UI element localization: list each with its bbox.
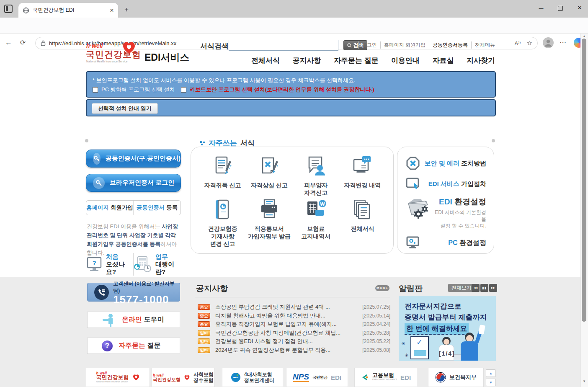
employment-insurance-icon [361, 373, 369, 382]
tab-activities-icon[interactable] [4, 5, 13, 13]
registration-info-text: 건강보험 EDI 이용을 위해서는 사업장관리번호 및 단위 사업장 기호별 각… [87, 222, 182, 257]
footer-logo-social-insurance-portal[interactable]: h·well 국민건강보험 사회보험 징수포털 [152, 368, 215, 387]
pc-settings-link[interactable]: PC 환경설정 [406, 236, 486, 250]
browser-tab[interactable]: 국민건강보험 EDI [18, 3, 118, 18]
notice-badge: 중요 [198, 321, 210, 327]
nav-faq[interactable]: 자주묻는 질문 [334, 56, 379, 65]
section-divider [86, 141, 494, 141]
edi-join-procedure-link[interactable]: EDI 서비스 가입절차 [406, 177, 486, 191]
pc-gear-icon [406, 236, 421, 250]
scrollbar-up-arrow[interactable] [580, 34, 588, 38]
optional-install-guide-button[interactable]: 선택적 설치 안내 열기 [92, 103, 158, 114]
util-login-link[interactable]: 로그인 [358, 41, 381, 49]
footer-logo-mohw[interactable]: 보건복지부 [428, 368, 484, 387]
svg-text:?: ? [92, 259, 96, 266]
edi-settings-link[interactable]: EDI 환경설정 EDI 서비스의 기본환경을 설정 할 수 있습니다. [406, 196, 486, 229]
board-view-all-button[interactable]: 전체보기 [448, 284, 475, 292]
form-card-info-change[interactable]: 건강보험증 기재사항 변경 신고 [199, 198, 246, 248]
reload-button[interactable] [20, 39, 26, 46]
browser-cert-login-button[interactable]: 브라우저인증서 로그인 [86, 174, 181, 192]
form-search-input[interactable] [229, 40, 338, 51]
notice-row[interactable]: 중요 휴직자등 직장가입자 보험료 납입고지 유예(해지... [2025.04… [198, 321, 390, 327]
membership-buttons: 홈페이지 회원가입 공동인증서 등록 [86, 200, 181, 215]
form-acquisition-report[interactable]: 자격취득 신고 [199, 155, 246, 196]
promo-banner[interactable]: 전자문서지갑으로 증명서 발급부터 제출까지 한 번에 해결하세요 [1/4] [399, 296, 496, 361]
firewall-checkbox[interactable] [93, 87, 98, 93]
first-visit-link[interactable]: ? 처음오셨나요? [86, 253, 134, 276]
notice-section-title: 공지사항 [196, 283, 228, 294]
scrollbar-thumb[interactable] [582, 39, 586, 322]
notice-row[interactable]: 중요 디지털 침해사고 예방을 위한 대응방법 안내... [2025.05.1… [198, 313, 390, 319]
notice-badge: 중요 [198, 304, 210, 310]
form-notice-print[interactable]: 적용통보서 가입자명부 발급 [246, 198, 292, 248]
touch-screen-icon [406, 177, 421, 191]
agency-info-link[interactable]: 업무대행이란? [134, 253, 181, 276]
form-change-history[interactable]: 자격변경 내역 [339, 155, 386, 196]
footer-scroll-down-button[interactable] [486, 379, 496, 386]
footer-scroll-up-button[interactable] [486, 369, 496, 377]
scrollbar-down-arrow[interactable] [580, 379, 588, 383]
notice-more-button[interactable]: MORE [375, 285, 389, 291]
nav-notices[interactable]: 공지사항 [292, 56, 321, 65]
board-prev-button[interactable] [472, 284, 480, 292]
nav-guide[interactable]: 이용안내 [391, 56, 420, 65]
form-loss-report[interactable]: 자격상실 신고 [246, 155, 292, 196]
form-all-forms[interactable]: 전체서식 [339, 198, 386, 248]
security-error-link[interactable]: 보안 및 에러 조치방법 [406, 156, 486, 170]
notice-row[interactable]: 일반 국민건강보험공단 사칭 피싱메일(건강보험료 체납... [2025.05… [198, 330, 390, 336]
notice-row[interactable]: 일반 건강보험 웹EDI 시스템 정기 점검 안내... [2025.05.22… [198, 338, 390, 344]
tab-title: 국민건강보험 EDI [33, 7, 110, 14]
install-guide-box: 선택적 설치 안내 열기 [86, 99, 496, 116]
notice-row[interactable]: 중요 소상공인 부담경감 크레딧 지원사업 관련 4대 ... [2025.07… [198, 304, 390, 310]
util-cert-register-link[interactable]: 공동인증서등록 [429, 41, 472, 49]
call-center-banner: 고객센터 (이용료: 발신자부담) 1577-1000 [87, 283, 180, 302]
board-section-title: 알림판 [399, 283, 423, 294]
board-pause-button[interactable] [480, 284, 488, 292]
homepage-join-button[interactable]: 홈페이지 회원가입 [86, 201, 134, 215]
window-close-button[interactable] [571, 5, 588, 11]
cert-register-button[interactable]: 공동인증서 등록 [134, 201, 181, 215]
footer-logo-4insurance-center[interactable]: 4대사회보험 정보연계센터 [222, 368, 283, 387]
footer-logo-nps-edi[interactable]: NPS 국민연금 EDI [286, 368, 348, 387]
keyboard-security-label: 키보드보안 프로그램 선택 설치(보다편리한 업무를 위해 설치를 권장합니다.… [190, 86, 374, 93]
nav-archive[interactable]: 자료실 [433, 56, 454, 65]
form-dependent-report[interactable]: 피부양자 자격신고 [293, 155, 339, 196]
new-tab-button[interactable] [123, 5, 130, 14]
cert-login-button[interactable]: 공동인증서(구.공인인증서) [86, 150, 181, 168]
notice-badge: 중요 [198, 313, 210, 319]
util-home-link[interactable]: 홈 [346, 41, 358, 49]
read-aloud-icon[interactable] [514, 40, 521, 46]
keyboard-security-checkbox[interactable] [181, 87, 186, 93]
nhis-heart-icon [132, 374, 140, 381]
speech-person-icon [304, 155, 328, 178]
form-premium-statement[interactable]: ₩ 보험료 고지내역서 [293, 198, 339, 248]
tab-close-icon[interactable] [110, 8, 114, 13]
nav-all-forms[interactable]: 전체서식 [251, 56, 280, 65]
banner-page-indicator: [1/4] [439, 350, 455, 357]
board-next-button[interactable] [489, 284, 497, 292]
intro-links: ? 처음오셨나요? 업무대행이란? [86, 253, 181, 276]
document-pen-icon [211, 155, 235, 178]
frequent-forms-card: 자격취득 신고 자격상실 신고 피부양자 자격신고 자격변경 내역 건강보험 [191, 147, 394, 254]
browser-menu-icon[interactable] [560, 39, 566, 46]
faq-button[interactable]: ? 자주묻는 질문 [87, 338, 180, 354]
util-join-link[interactable]: 홈페이지 회원가입 [381, 41, 429, 49]
favorite-star-icon[interactable] [527, 39, 532, 47]
notice-list: 중요 소상공인 부담경감 크레딧 지원사업 관련 4대 ... [2025.07… [198, 304, 390, 353]
footer-logo-employment-insurance-edi[interactable]: 고용보험 EMPLOYMENT INSURANCE EDI [354, 368, 417, 387]
divider-dot-left [85, 139, 88, 142]
key-icon [93, 153, 101, 165]
window-maximize-button[interactable] [552, 5, 569, 13]
profile-avatar[interactable] [543, 37, 554, 48]
nav-branch-finder[interactable]: 지사찾기 [467, 56, 495, 65]
security-notice-box: * 보안프로그램 설치 없이도 서비스를 이용할 수 있으나 프로그램 사용이 … [86, 71, 496, 98]
browser-address-bar: https://edi.nhis.or.kr/homeapp/wep/m/ret… [0, 18, 588, 34]
section-bullet-icon [200, 141, 205, 146]
util-sitemap-link[interactable]: 전체메뉴 [472, 41, 495, 49]
footer-logo-nhis[interactable]: h·well 국민건강보험 National Health Insurance … [86, 368, 150, 387]
notice-row[interactable]: 일반 2024년도 귀속 연말정산보험료 분할납부 적용... [2025.05… [198, 347, 390, 353]
back-button[interactable] [5, 39, 12, 47]
window-minimize-button[interactable] [533, 4, 549, 11]
document-x-pen-icon [258, 155, 281, 178]
online-helper-button[interactable]: 온라인 도우미 [87, 312, 180, 328]
